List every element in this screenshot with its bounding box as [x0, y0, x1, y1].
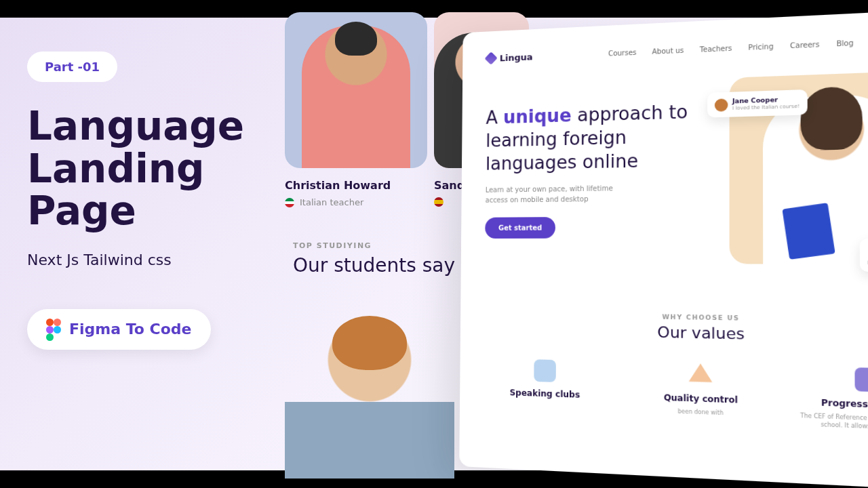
- values-grid: Speaking clubs Quality control been done…: [484, 358, 868, 433]
- subtitle: Next Js Tailwind css: [27, 251, 271, 268]
- logo-icon: [484, 52, 497, 65]
- value-item-3: Progress analysis The CEF of Reference h…: [798, 366, 868, 434]
- hero-image: Jane Cooper I loved the Italian course! …: [730, 70, 868, 265]
- teacher-role-text: Italian teacher: [300, 197, 363, 207]
- nav-about[interactable]: About us: [652, 46, 684, 55]
- nav-courses[interactable]: Courses: [608, 48, 637, 57]
- value-2-title: Quality control: [635, 392, 768, 406]
- title-line-3: Page: [27, 190, 271, 232]
- nav-teachers[interactable]: Teachers: [700, 44, 732, 54]
- value-3-text: The CEF of Reference has been used at ou…: [798, 411, 868, 433]
- nav-blog[interactable]: Blog: [836, 39, 853, 47]
- figma-icon: [46, 319, 61, 340]
- hero-cta-button[interactable]: Get started: [485, 217, 555, 239]
- values-title: Our values: [484, 321, 868, 347]
- site-mockup: Lingua Courses About us Teachers Pricing…: [459, 8, 868, 488]
- hero: A unique approach to learning foreign la…: [485, 70, 868, 265]
- title-line-1: Language: [27, 105, 271, 148]
- nav-careers[interactable]: Careers: [790, 40, 819, 49]
- left-panel: Part -01 Language Landing Page Next Js T…: [27, 52, 271, 350]
- teacher-photo: [285, 12, 427, 168]
- value-1-title: Speaking clubs: [484, 387, 607, 401]
- chart-icon: [855, 367, 868, 392]
- students-section: TOP STUDIYING Our students say: [293, 241, 455, 277]
- float1-text: I loved the Italian course!: [732, 104, 800, 111]
- float-students: +50 Dedicated students per day: [859, 239, 868, 272]
- mockup-nav: Lingua Courses About us Teachers Pricing…: [486, 30, 868, 66]
- float-testimonial: Jane Cooper I loved the Italian course!: [707, 89, 807, 118]
- main-title: Language Landing Page: [27, 105, 271, 232]
- thumbnail-frame: Part -01 Language Landing Page Next Js T…: [0, 18, 868, 470]
- students-title: Our students say: [293, 254, 455, 277]
- italy-flag-icon: [285, 198, 294, 207]
- hero-left: A unique approach to learning foreign la…: [485, 79, 715, 264]
- value-item-1: Speaking clubs: [484, 358, 607, 421]
- spain-flag-icon: [434, 197, 443, 207]
- logo-text: Lingua: [500, 52, 533, 63]
- play-icon: [534, 359, 556, 382]
- hero-heading: A unique approach to learning foreign la…: [486, 100, 715, 176]
- triangle-icon: [689, 363, 713, 387]
- avatar-icon: [715, 98, 728, 112]
- part-badge: Part -01: [27, 52, 117, 82]
- figma-badge: Figma To Code: [27, 309, 211, 350]
- title-line-2: Landing: [27, 148, 271, 190]
- hero-pre: A: [486, 107, 503, 128]
- nav-pricing[interactable]: Pricing: [748, 42, 773, 51]
- hero-person: [763, 94, 868, 264]
- logo[interactable]: Lingua: [486, 52, 532, 64]
- student-photo: [285, 309, 454, 479]
- folder-prop: [782, 203, 835, 260]
- value-3-title: Progress analysis: [798, 397, 868, 412]
- value-2-text: been done with: [635, 406, 768, 419]
- hero-sub: Learn at your own pace, with lifetime ac…: [486, 183, 623, 205]
- hero-em: unique: [503, 105, 572, 127]
- value-item-2: Quality control been done with: [635, 362, 768, 427]
- students-eyebrow: TOP STUDIYING: [293, 241, 455, 250]
- person-illustration: [302, 26, 410, 168]
- values-section: WHY CHOOSE US Our values Speaking clubs …: [484, 311, 868, 434]
- figma-label: Figma To Code: [69, 321, 192, 338]
